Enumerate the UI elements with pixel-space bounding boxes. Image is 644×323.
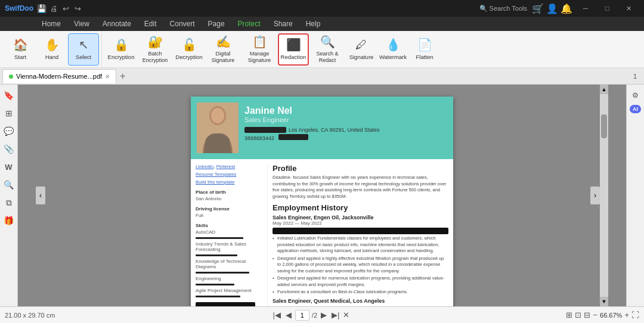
save-icon[interactable]: 💾 [37,4,47,13]
menu-page[interactable]: Page [202,18,231,29]
menu-protect[interactable]: Protect [232,18,267,29]
close-file-icon[interactable]: ✕ [343,310,349,319]
skill-bar-1 [196,237,243,239]
menu-view[interactable]: View [68,18,95,29]
skill-bar-2 [196,254,237,256]
menu-home[interactable]: Home [36,18,67,29]
pinterest-link[interactable]: Pinterest [216,164,236,169]
undo-icon[interactable]: ↩ [61,4,70,13]
next-page-button[interactable]: ▶ [320,310,328,319]
prev-page-button[interactable]: ◀ [284,310,293,319]
bullet-4: Functioned as a consultant on Best-in-Cl… [273,289,448,296]
skill-bar-4 [196,284,234,285]
redaction-button[interactable]: ⬛ Redaction [278,33,309,66]
bottom-bar: 21.00 x 29.70 cm |◀ ◀ 1 /2 ▶ ▶| ✕ ⊞ ⊡ ⊟ … [0,306,644,323]
skill-5: Agile Project Management [196,288,267,293]
maximize-button[interactable]: □ [596,0,618,17]
skill-bar-5 [196,296,240,297]
title-bar-icons: 💾 🖨 ↩ ↪ [37,4,82,13]
sidebar-layers-icon[interactable]: ⧉ [2,195,16,210]
scroll-down-button[interactable]: ▼ [600,297,608,306]
menu-help[interactable]: Help [300,18,327,29]
address-row: Los Angeles, CA 90291, United States [244,127,447,133]
digital-signature-button[interactable]: ✍ Digital Signature [205,33,241,66]
sidebar-comment-icon[interactable]: 💬 [2,124,16,138]
start-icon: 🏠 [13,38,28,52]
watermark-button[interactable]: 💧 Watermark [377,33,408,66]
pdf-viewer: ‹ Janine Nel Sales Engineer [18,85,626,306]
page-number-input[interactable]: 1 [295,310,309,321]
sidebar-w-icon[interactable]: W [2,160,16,174]
address-text: Los Angeles, CA 90291, United States [289,127,380,133]
window-controls: 🔍 Search Tools 🛒 👤 🔔 ─ □ ✕ [479,0,639,17]
driving-license-value: Full [196,213,267,218]
signature-button[interactable]: 🖊 Signature [346,33,377,66]
digital-signature-label: Digital Signature [206,51,240,64]
tab-close-icon[interactable]: ✕ [105,73,110,80]
pdf-left-column: LinkedIn, Pinterest Resume Templates Bui… [196,164,267,306]
view-mode-icon[interactable]: ⊟ [584,310,590,319]
build-template-link[interactable]: Build this template [196,179,234,185]
redo-icon[interactable]: ↪ [73,4,82,13]
fit-width-icon[interactable]: ⊡ [575,310,581,319]
sidebar-bookmark-icon[interactable]: 🔖 [2,88,16,103]
tab-resume[interactable]: Vienna-Modern-Resume...pdf ✕ [2,69,116,83]
decryption-button[interactable]: 🔓 Decryption [174,33,205,66]
redaction-icon: ⬛ [286,38,301,52]
bell-icon[interactable]: 🔔 [561,3,572,14]
scroll-thumb[interactable] [601,114,607,138]
bullet-1: Initiated Lubrication Fundamentals class… [273,235,448,254]
app-logo: SwifDoo [5,4,33,13]
scroll-right-button[interactable]: › [590,187,600,204]
zoom-out-icon[interactable]: − [593,310,597,319]
driving-license-label: Driving license [196,206,267,212]
minimize-button[interactable]: ─ [575,0,596,17]
search-redact-button[interactable]: 🔍 Search & Redact [309,33,345,66]
manage-signature-button[interactable]: 📋 Manage Signature [242,33,277,66]
place-of-birth-value: San Antonio [196,196,267,201]
fullscreen-icon[interactable]: ⛶ [631,310,639,319]
select-button[interactable]: ↖ Select [68,33,99,66]
hand-button[interactable]: ✋ Hand [36,33,67,66]
first-page-button[interactable]: |◀ [271,310,281,319]
zoom-in-icon[interactable]: + [624,310,629,319]
right-settings-icon[interactable]: ⚙ [628,88,643,103]
ai-badge[interactable]: AI [630,105,641,113]
tab-label: Vienna-Modern-Resume...pdf [16,73,102,80]
close-button[interactable]: ✕ [618,0,639,17]
last-page-button[interactable]: ▶| [330,310,340,319]
store-icon[interactable]: 🛒 [532,3,544,14]
flatten-button[interactable]: 📄 Flatten [409,33,440,66]
scroll-left-button[interactable]: ‹ [36,187,45,204]
sidebar-attachment-icon[interactable]: 📎 [2,142,16,156]
scroll-up-button[interactable]: ▲ [600,85,608,94]
title-bar: SwifDoo 💾 🖨 ↩ ↪ 🔍 Search Tools 🛒 👤 🔔 ─ □… [0,0,644,17]
menu-edit[interactable]: Edit [138,18,163,29]
batch-encryption-button[interactable]: 🔐 Batch Encryption [137,33,173,66]
search-tools[interactable]: 🔍 Search Tools [479,5,527,13]
sidebar-search-icon[interactable]: 🔍 [2,178,16,192]
user-icon[interactable]: 👤 [546,3,558,14]
pdf-body: LinkedIn, Pinterest Resume Templates Bui… [191,159,453,306]
manage-signature-icon: 📋 [252,35,267,49]
resume-templates-link[interactable]: Resume Templates [196,172,236,177]
menu-convert[interactable]: Convert [164,18,201,29]
job1-dates: May 2022 — May 2022 [273,220,448,226]
encryption-button[interactable]: 🔒 Encryption [106,33,137,66]
left-sidebar: 🔖 ⊞ 💬 📎 W 🔍 ⧉ 🎁 [0,85,18,306]
place-of-birth-label: Place of birth [196,190,267,195]
svg-point-2 [211,108,224,123]
menu-annotate[interactable]: Annotate [97,18,137,29]
decryption-icon: 🔓 [182,38,197,52]
print-icon[interactable]: 🖨 [49,4,58,13]
skill-4: Engineering [196,276,267,281]
fit-page-icon[interactable]: ⊞ [566,310,572,319]
encryption-label: Encryption [108,54,135,60]
profile-text: Deadline- focused Sales Engineer with si… [273,175,448,200]
start-button[interactable]: 🏠 Start [5,33,36,66]
sidebar-grid-icon[interactable]: ⊞ [2,106,16,120]
linkedin-link[interactable]: LinkedIn [196,164,213,169]
sidebar-gift-icon[interactable]: 🎁 [2,213,16,228]
menu-share[interactable]: Share [268,18,299,29]
new-tab-button[interactable]: + [117,71,128,82]
